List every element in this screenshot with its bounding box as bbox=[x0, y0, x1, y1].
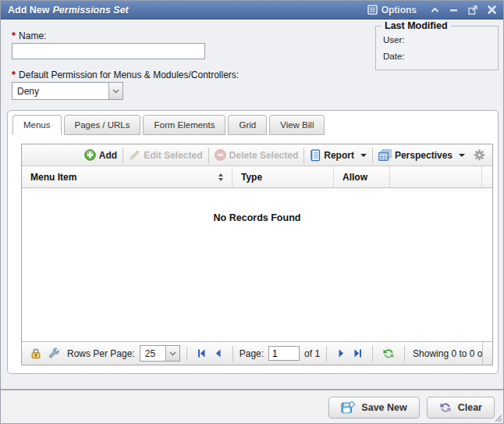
dialog-title: Add NewPermissions Set bbox=[8, 5, 129, 16]
sort-icon[interactable] bbox=[218, 173, 223, 181]
column-header-allow[interactable]: Allow bbox=[334, 166, 390, 187]
popout-icon[interactable] bbox=[468, 5, 477, 15]
delete-icon bbox=[215, 149, 226, 161]
toolbar-separator bbox=[208, 148, 209, 163]
clear-button[interactable]: Clear bbox=[427, 397, 495, 419]
next-page-icon[interactable] bbox=[333, 348, 350, 358]
collapse-icon[interactable] bbox=[431, 7, 439, 13]
page-of-label: of 1 bbox=[304, 348, 320, 359]
grid-toolbar: Add Edit Selected Delete Selected bbox=[22, 144, 492, 166]
last-modified-user-label: User: bbox=[376, 35, 498, 45]
lock-icon[interactable] bbox=[27, 347, 44, 359]
pager-separator bbox=[326, 346, 327, 362]
page-input[interactable] bbox=[268, 346, 300, 361]
page-label: Page: bbox=[240, 348, 264, 359]
perspectives-button[interactable]: Perspectives bbox=[374, 149, 469, 161]
edit-selected-button[interactable]: Edit Selected bbox=[125, 149, 206, 161]
last-modified-panel: Last Modified User: Date: bbox=[375, 26, 499, 70]
toolbar-separator bbox=[122, 148, 123, 163]
column-header-menu-item[interactable]: Menu Item bbox=[22, 166, 232, 187]
required-marker: * bbox=[12, 30, 16, 41]
name-input[interactable] bbox=[12, 43, 205, 59]
options-label: Options bbox=[382, 5, 417, 16]
rows-per-page-select[interactable]: 25 bbox=[140, 345, 180, 362]
save-icon bbox=[341, 401, 355, 414]
delete-selected-button[interactable]: Delete Selected bbox=[211, 149, 303, 161]
default-permission-label: *Default Permission for Menus & Modules/… bbox=[12, 69, 239, 80]
last-modified-legend: Last Modified bbox=[382, 20, 451, 31]
save-new-label: Save New bbox=[361, 402, 406, 413]
no-records-message: No Records Found bbox=[22, 212, 492, 223]
add-permissions-dialog: Add NewPermissions Set Options bbox=[0, 0, 504, 424]
edit-selected-label: Edit Selected bbox=[144, 150, 202, 161]
tab-view-bill[interactable]: View Bill bbox=[269, 115, 325, 135]
options-button[interactable]: Options bbox=[367, 5, 417, 16]
last-modified-date-label: Date: bbox=[376, 52, 498, 61]
tab-strip: Menus Pages / URLs Form Elements Grid Vi… bbox=[12, 115, 325, 135]
edit-icon bbox=[129, 149, 140, 161]
perspectives-icon bbox=[378, 149, 392, 161]
minimize-icon[interactable] bbox=[449, 7, 458, 13]
default-permission-value: Deny bbox=[12, 86, 108, 97]
report-label: Report bbox=[324, 150, 354, 161]
first-page-icon[interactable] bbox=[193, 348, 210, 358]
grid-settings-button[interactable] bbox=[469, 149, 487, 161]
pager-separator bbox=[372, 346, 373, 362]
tab-menus[interactable]: Menus bbox=[12, 115, 62, 135]
default-permission-select[interactable]: Deny bbox=[12, 82, 123, 100]
dialog-title-emphasis: Permissions Set bbox=[52, 5, 128, 16]
grid-header-row: Menu Item Type Allow bbox=[22, 166, 492, 188]
dialog-footer: Save New Clear bbox=[1, 389, 503, 424]
pager-separator bbox=[232, 346, 233, 362]
column-header-type[interactable]: Type bbox=[232, 166, 334, 187]
refresh-icon[interactable] bbox=[379, 347, 398, 360]
caret-down-icon bbox=[360, 154, 367, 157]
clear-label: Clear bbox=[458, 402, 482, 413]
report-icon bbox=[310, 149, 321, 162]
tab-grid[interactable]: Grid bbox=[228, 115, 267, 135]
delete-selected-label: Delete Selected bbox=[229, 150, 299, 161]
tab-form-elements[interactable]: Form Elements bbox=[143, 115, 225, 135]
clear-icon bbox=[439, 401, 452, 414]
options-icon bbox=[367, 5, 378, 15]
required-marker: * bbox=[12, 69, 16, 80]
close-icon[interactable] bbox=[488, 5, 496, 14]
toolbar-separator bbox=[303, 148, 304, 163]
scrollbar-spacer bbox=[482, 342, 492, 365]
wrench-icon[interactable] bbox=[44, 347, 62, 359]
scrollbar-spacer bbox=[482, 166, 492, 187]
titlebar: Add NewPermissions Set Options bbox=[1, 1, 503, 20]
rows-per-page-value: 25 bbox=[140, 348, 165, 359]
pager-separator bbox=[186, 346, 187, 362]
grid-body: No Records Found bbox=[22, 188, 492, 341]
report-button[interactable]: Report bbox=[306, 149, 371, 162]
dropdown-icon bbox=[165, 346, 179, 361]
pager-separator bbox=[404, 346, 405, 362]
prev-page-icon[interactable] bbox=[210, 348, 226, 358]
gear-icon bbox=[474, 149, 485, 161]
permissions-tab-panel: Menus Pages / URLs Form Elements Grid Vi… bbox=[7, 110, 499, 374]
grid-pager: Rows Per Page: 25 Page: of 1 bbox=[22, 341, 492, 365]
name-field-label: *Name: bbox=[12, 30, 46, 41]
column-header-extra bbox=[390, 166, 482, 187]
caret-down-icon bbox=[459, 154, 465, 157]
pager-summary: Showing 0 to 0 of 0 items bbox=[411, 348, 482, 359]
rows-per-page-label: Rows Per Page: bbox=[67, 348, 135, 359]
tab-pages-urls[interactable]: Pages / URLs bbox=[64, 115, 141, 135]
dropdown-icon bbox=[108, 83, 122, 99]
resize-grip[interactable] bbox=[493, 413, 502, 422]
perspectives-label: Perspectives bbox=[395, 150, 453, 161]
last-page-icon[interactable] bbox=[350, 348, 366, 358]
add-label: Add bbox=[99, 150, 117, 161]
menus-grid: Add Edit Selected Delete Selected bbox=[21, 144, 493, 365]
save-new-button[interactable]: Save New bbox=[328, 397, 419, 419]
add-icon bbox=[84, 149, 96, 161]
toolbar-separator bbox=[372, 148, 373, 163]
add-button[interactable]: Add bbox=[80, 149, 121, 161]
